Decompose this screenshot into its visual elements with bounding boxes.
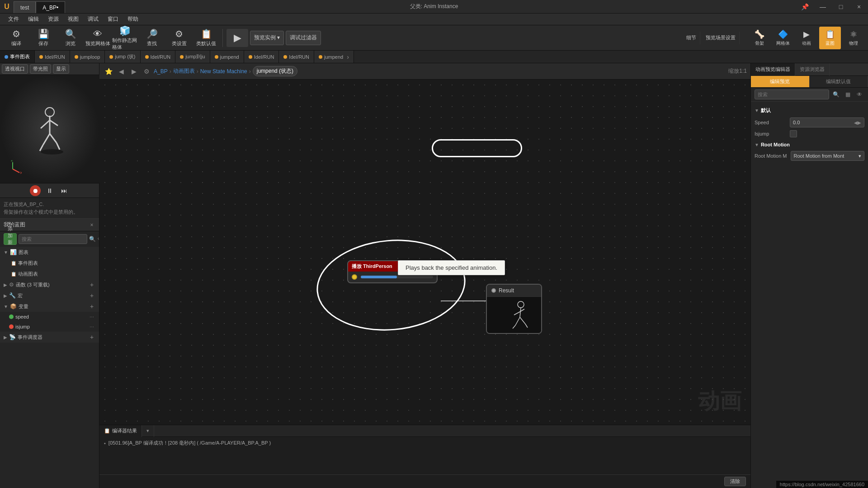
save-btn[interactable]: 💾 保存 xyxy=(31,27,56,49)
rp-search-input[interactable] xyxy=(755,89,829,99)
speed-value[interactable]: ◀▶ xyxy=(790,117,864,127)
edit-preview-tab[interactable]: 编辑预览 xyxy=(751,76,810,87)
preview-mesh-btn[interactable]: 👁 预览网格体 xyxy=(85,27,110,49)
pause-btn[interactable]: ⏸ xyxy=(44,185,55,196)
show-btn[interactable]: 显示 xyxy=(53,64,69,74)
tab-idel-run-2[interactable]: Idel/RUN xyxy=(141,51,176,63)
tab-dot-6 xyxy=(215,55,218,59)
record-btn[interactable]: ⏺ xyxy=(30,185,41,196)
tab-event-graph[interactable]: 事件图表 xyxy=(0,51,35,63)
forward-btn[interactable]: ▶ xyxy=(128,66,139,77)
preview-instance-btn[interactable]: 预览实例 ▾ xyxy=(250,31,284,45)
skeleton-btn[interactable]: 🦴 骨架 xyxy=(749,27,770,49)
bottom-tab-dropdown[interactable]: ▾ xyxy=(142,425,154,437)
root-motion-section-collapse[interactable]: ▼ Root Motion xyxy=(755,140,864,149)
lit-btn[interactable]: 带光照 xyxy=(30,64,51,74)
info-line1: 正在预览A_BP_C. xyxy=(4,201,95,208)
tab-jumpend-2[interactable]: jumpend › xyxy=(314,51,354,63)
find-btn[interactable]: 🔎 查找 xyxy=(139,27,165,49)
default-section-collapse[interactable]: ▼ 默认 xyxy=(755,105,864,116)
graph-section[interactable]: ▼ 📊 图表 xyxy=(0,247,99,258)
blueprint-btn[interactable]: 📋 蓝图 xyxy=(819,27,841,49)
edit-defaults-tab[interactable]: 编辑默认值 xyxy=(810,76,868,87)
menu-debug[interactable]: 调试 xyxy=(83,14,103,25)
event-graph-item[interactable]: 📋 事件图表 xyxy=(0,258,99,268)
tab-jumploop[interactable]: jumploop xyxy=(70,51,105,63)
isjump-checkbox[interactable] xyxy=(790,130,797,137)
back-btn[interactable]: ◀ xyxy=(116,66,127,77)
compile-btn[interactable]: ⚙ 编译 xyxy=(4,27,29,49)
search-input[interactable] xyxy=(19,234,87,244)
menu-edit[interactable]: 编辑 xyxy=(24,14,43,25)
variable-speed[interactable]: speed ⋯ xyxy=(0,312,99,322)
tab-jump[interactable]: jump (状) xyxy=(105,51,140,63)
add-function-btn[interactable]: + xyxy=(88,281,95,288)
bp-close-btn[interactable]: × xyxy=(88,221,95,229)
compiler-tab[interactable]: 📋 编译器结果 xyxy=(99,425,142,437)
file-tab[interactable]: A_BP• xyxy=(36,1,65,13)
menu-file[interactable]: 文件 xyxy=(4,14,24,25)
home-btn[interactable]: ⭐ xyxy=(103,66,114,77)
menu-asset[interactable]: 资源 xyxy=(43,14,63,25)
speed-input[interactable] xyxy=(793,120,854,125)
browse-btn[interactable]: 🔍 浏览 xyxy=(58,27,83,49)
clear-btn[interactable]: 清除 xyxy=(724,477,746,486)
close-btn[interactable]: × xyxy=(850,0,868,13)
bc-state-machine[interactable]: New State Machine xyxy=(200,68,247,75)
tab-jump-to[interactable]: jump到ju xyxy=(175,51,210,63)
variables-section[interactable]: ▼ 📦 变量 + xyxy=(0,301,99,312)
mesh-btn[interactable]: 🔷 网格体 xyxy=(772,27,794,49)
functions-section[interactable]: ▶ ⚙ 函数 (3 可重载) + xyxy=(0,279,99,290)
macros-section[interactable]: ▶ 🔧 宏 + xyxy=(0,290,99,301)
macro-icon: 🔧 xyxy=(9,292,16,299)
tab-idel-run-3[interactable]: Idel/RUN xyxy=(244,51,279,63)
rp-options-btn[interactable]: 👁 xyxy=(854,89,864,99)
class-settings-btn[interactable]: ⚙ 类设置 xyxy=(166,27,192,49)
events-section[interactable]: ▶ 📡 事件调度器 + xyxy=(0,332,99,343)
project-tab[interactable]: test xyxy=(14,1,36,13)
add-variable-btn[interactable]: + xyxy=(88,303,95,310)
axis-gizmo: X Z xyxy=(4,160,22,179)
skeleton-label: 骨架 xyxy=(755,40,764,47)
detail-tab[interactable]: 细节 xyxy=(683,32,700,44)
add-new-btn[interactable]: + 添加新项 ▾ xyxy=(4,233,17,245)
tab-jumpend-1[interactable]: jumpend xyxy=(210,51,244,63)
add-macro-btn[interactable]: + xyxy=(88,292,95,299)
pin-btn[interactable]: 📌 xyxy=(796,0,814,13)
anim-btn[interactable]: ▶ 动画 xyxy=(796,27,817,49)
canvas-area[interactable]: 播放 ThirdPerson Plays back the specified … xyxy=(99,80,750,425)
play-btn[interactable]: ▶ xyxy=(226,29,248,47)
maximize-btn[interactable]: □ xyxy=(832,0,850,13)
physics-btn[interactable]: ⚛ 物理 xyxy=(843,27,864,49)
preview-settings-tab[interactable]: 预览场景设置 xyxy=(702,32,740,44)
rp-grid-view-btn[interactable]: ▦ xyxy=(843,89,853,99)
isjump-options[interactable]: ⋯ xyxy=(88,323,95,330)
asset-browser-tab[interactable]: 资源浏览器 xyxy=(795,63,830,76)
debug-filter-btn[interactable]: 调试过滤器 xyxy=(286,31,321,45)
search-icon[interactable]: 🔍 xyxy=(89,234,96,244)
minimize-btn[interactable]: — xyxy=(814,0,832,13)
menu-window[interactable]: 窗口 xyxy=(103,14,123,25)
anim-graph-item[interactable]: 📋 动画图表 xyxy=(0,268,99,279)
next-frame-btn[interactable]: ⏭ xyxy=(59,185,70,196)
root-motion-dropdown[interactable]: Root Motion from Mont ▾ xyxy=(791,151,864,161)
bc-abp[interactable]: A_BP xyxy=(154,68,168,75)
anim-preview-editor-tab[interactable]: 动画预览编辑器 xyxy=(751,63,795,76)
menu-help[interactable]: 帮助 xyxy=(123,14,143,25)
result-node[interactable]: Result xyxy=(486,284,542,334)
tab-idel-run-4[interactable]: Idel/RUN xyxy=(279,51,314,63)
class-defaults-btn[interactable]: 📋 类默认值 xyxy=(193,27,219,49)
rp-search-icon[interactable]: 🔍 xyxy=(831,89,841,99)
bc-anim-graph[interactable]: 动画图表 xyxy=(173,67,195,75)
settings-icon[interactable]: ⚙ xyxy=(141,66,152,77)
add-event-btn[interactable]: + xyxy=(88,333,95,341)
detail-tab-label: 细节 xyxy=(686,34,696,41)
show-label: 显示 xyxy=(56,66,66,72)
perspective-btn[interactable]: 透视视口 xyxy=(2,64,28,74)
speed-options[interactable]: ⋯ xyxy=(88,313,95,320)
tab-idel-run-1[interactable]: Idel/RUN xyxy=(35,51,70,63)
menu-view[interactable]: 视图 xyxy=(63,14,83,25)
variable-isjump[interactable]: isjump ⋯ xyxy=(0,322,99,332)
view-options-btn[interactable]: 👁 xyxy=(98,234,99,244)
make-static-btn[interactable]: 🧊 制作静态网格体 xyxy=(112,27,137,49)
